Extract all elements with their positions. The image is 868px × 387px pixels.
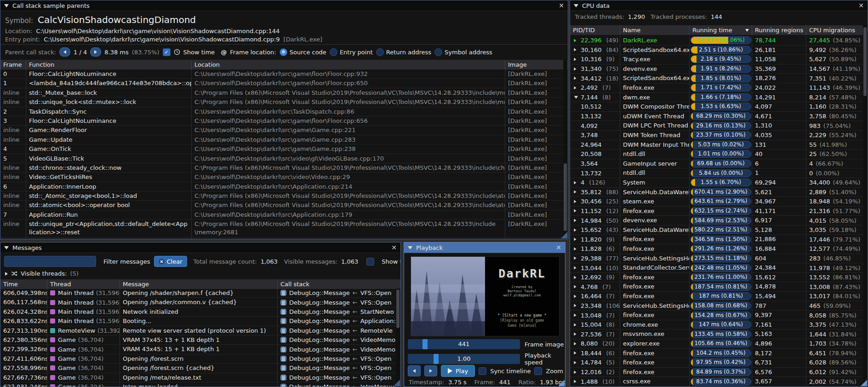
message-row[interactable]: 626,833,622nsMain thread(31,596)Booting.…	[0, 317, 401, 326]
callstack-row[interactable]: 4Game::OnTickC:\Users\wolf\Desktop\darkr…	[0, 144, 568, 154]
expand-row-icon[interactable]	[574, 48, 578, 52]
next-frame-button[interactable]	[424, 365, 437, 376]
message-row[interactable]: 627,831,246nsGame(36,704)Intro menu load…	[0, 382, 401, 387]
collapse-icon[interactable]	[408, 246, 412, 249]
resize-grip[interactable]	[561, 232, 567, 238]
message-row[interactable]: 626,024,328nsMain thread(31,596)Network …	[0, 307, 401, 317]
cpu-process-row[interactable]: 18,444(6)firefox.exe104.2 ms (0.45%)8,17…	[570, 349, 864, 358]
play-button[interactable]: Play	[441, 365, 475, 377]
callstack-row[interactable]: inlineGame::UpdateC:\Users\wolf\Desktop\…	[0, 135, 568, 144]
cpu-process-row[interactable]: 15,652(43)ServiceHub.DataWareho580.22 ms…	[570, 225, 864, 235]
expand-row-icon[interactable]	[574, 295, 578, 298]
expand-row-icon[interactable]	[574, 219, 578, 222]
column-header-function[interactable]: Function	[26, 60, 192, 69]
cpu-thread-row[interactable]: 13,132uDWM Event Thread68.29 ms (0.30%)4…	[570, 112, 864, 121]
message-row[interactable]: 627,667,736nsGame(36,704)Opening /meta/r…	[0, 373, 401, 382]
clear-button[interactable]: Clear	[154, 256, 187, 267]
column-header-cpu-migrations[interactable]: CPU migrations	[806, 25, 864, 35]
callstack-row[interactable]: 0Floor::CalcLightNoLuminanceC:\Users\wol…	[0, 69, 568, 79]
zoom-2x-checkbox[interactable]	[534, 367, 542, 375]
cpu-process-row[interactable]: 4,768(7)firefox.exe187.54 ms (0.81%)14,8…	[570, 282, 864, 292]
column-header-running-regions[interactable]: Running regions	[752, 25, 806, 35]
message-row[interactable]: 627,313,190nsRemoteView(31,392)Remote vi…	[0, 326, 401, 335]
column-header-location[interactable]: Location	[192, 60, 505, 69]
cpu-process-row[interactable]: 11,820(9)firefox.exe346.58 ms (1.50%)21,…	[570, 235, 864, 244]
callstack-cell[interactable]: DebugLog::Message←VFS::Open	[278, 289, 401, 297]
expand-row-icon[interactable]	[574, 76, 578, 80]
callstack-row[interactable]: 7Application::RunC:\Users\wolf\Desktop\d…	[0, 210, 568, 219]
close-icon[interactable]: ✕	[556, 244, 561, 251]
callstack-row[interactable]: inlinestd::_Atomic_storage<bool,1>::load…	[0, 191, 568, 201]
callstack-cell[interactable]: DebugLog::Message←VFS::Open	[278, 354, 401, 363]
messages-scrollbar[interactable]	[396, 289, 400, 386]
message-row[interactable]: 627,558,996nsGame(36,704)Opening /forest…	[0, 364, 401, 373]
cpu-process-row[interactable]: 35,812(88)ServiceHub.DataWareho670.41 ms…	[570, 188, 864, 197]
callstack-cell[interactable]: DebugLog::Message←VFS::Open	[278, 298, 401, 306]
show-time-checkbox[interactable]: ✓	[163, 48, 171, 56]
cpu-process-row[interactable]: 11,152(12)firefox.exe632.15 ms (2.74%)41…	[570, 207, 864, 216]
cpu-process-row[interactable]: 14,984(50)devenv.exe584.69 ms (2.53%)6,9…	[570, 216, 864, 225]
close-icon[interactable]: ✕	[858, 2, 864, 9]
filter-input[interactable]	[4, 256, 96, 267]
expand-row-icon[interactable]	[574, 332, 578, 336]
cpu-process-row[interactable]: 29,388(77)ServiceHub.SettingsHost273.15 …	[570, 254, 864, 264]
callstack-row[interactable]: 5VideoGLBase::TickC:\Users\wolf\Desktop\…	[0, 154, 568, 163]
collapse-icon[interactable]	[4, 246, 9, 249]
callstack-cell[interactable]: DebugLog::Message←RemoteVie	[278, 326, 401, 335]
callstack-row[interactable]: inlinestd::unique_lock<std::mutex>::lock…	[0, 98, 568, 107]
callstack-cell[interactable]: DebugLog::Message←VFS::Open	[278, 364, 401, 372]
expand-row-icon[interactable]	[574, 276, 578, 279]
expand-row-icon[interactable]	[574, 228, 578, 232]
cpu-thread-row[interactable]: 4,092DWM LPC Port Thread29.16 ms (0.13%)…	[570, 121, 864, 131]
expand-row-icon[interactable]	[574, 285, 578, 289]
expand-row-icon[interactable]	[574, 323, 578, 327]
expand-row-icon[interactable]	[574, 266, 578, 270]
callstack-row[interactable]: inlinestd::unique_ptr<Application,std::d…	[0, 219, 568, 238]
expand-row-icon[interactable]	[574, 237, 578, 241]
show-frame-checkbox[interactable]	[366, 258, 374, 266]
expand-row-icon[interactable]	[574, 361, 578, 364]
expand-row-icon[interactable]	[574, 181, 578, 185]
cpu-process-row[interactable]: 12,016(2)firefox.exe84.89 ms (0.37%)6,57…	[570, 368, 864, 377]
resize-grip[interactable]	[861, 380, 867, 386]
collapse-icon[interactable]	[574, 4, 578, 7]
expand-row-icon[interactable]	[574, 256, 578, 260]
cpu-process-row[interactable]: 13,044(10)StandardCollector.Servic242.48…	[570, 263, 864, 273]
callstack-cell[interactable]: DebugLog::Message←VFS::Open	[278, 373, 401, 382]
column-header-name[interactable]: Name	[620, 25, 690, 35]
cpu-scrollbar[interactable]	[863, 25, 867, 386]
prev-frame-button[interactable]	[408, 365, 421, 376]
cpu-thread-row[interactable]: 10,512DWM Compositor Thread1.53 s (6.63%…	[570, 102, 864, 112]
resize-grip[interactable]	[558, 380, 565, 386]
playback-speed-slider[interactable]: 1.00	[408, 354, 520, 364]
cpu-process-row[interactable]: 4(126)System1.55 s (6.70%)69,29434,400(4…	[570, 178, 864, 188]
cpu-thread-row[interactable]: 13,732ntdll.dll5.84 us (0.00%)10(0.00%)	[570, 168, 864, 178]
cpu-process-row[interactable]: 11,828(6)firefox.exe291.26 ms (1.26%)16,…	[570, 244, 864, 254]
callstack-row[interactable]: inlinestd::chrono::steady_clock::nowC:\P…	[0, 163, 568, 173]
close-icon[interactable]: ✕	[559, 2, 564, 9]
cpu-thread-row[interactable]: 20,508ntdll.dll1.01 ms (0.00%)4025(62.50…	[570, 150, 864, 159]
cpu-process-row[interactable]: 2,492(7)firefox.exe1.71 s (7.42%)24,0221…	[570, 83, 864, 93]
expand-icon[interactable]	[5, 272, 8, 276]
cpu-process-row[interactable]: 8,080(20)explorer.exe105.66 ms (0.46%)4,…	[570, 339, 864, 349]
sync-timeline-checkbox[interactable]	[479, 367, 486, 375]
callstack-row[interactable]: inlinestd::atomic<bool>::operator boolC:…	[0, 201, 568, 210]
column-header-frame[interactable]: Frame	[0, 60, 26, 69]
cpu-thread-row[interactable]: 3,564GameInput server69.68 us (0.00%)64(…	[570, 159, 864, 169]
callstack-cell[interactable]: DebugLog::Message←IntroMenu::	[278, 382, 401, 387]
resize-grip[interactable]	[394, 380, 400, 386]
expand-row-icon[interactable]	[574, 370, 578, 374]
column-header-image[interactable]: Image	[505, 60, 568, 69]
expand-row-icon[interactable]	[574, 342, 578, 346]
column-header-call-stack[interactable]: Call stack	[278, 279, 401, 289]
callstack-row[interactable]: 2TaskDispatch::SyncC:\Users\wolf\Desktop…	[0, 107, 568, 116]
cpu-thread-row[interactable]: 3,748DWM Token Thread23.37 ms (0.10%)4,0…	[570, 131, 864, 140]
frame-location-radio-return-address[interactable]: Return address	[376, 48, 431, 56]
column-header-pid-tid[interactable]: PID/TID	[570, 25, 620, 35]
collapse-row-icon[interactable]	[574, 96, 578, 99]
cpu-process-row[interactable]: 30,456(25)steam.exe643.61 ms (2.79%)34,9…	[570, 197, 864, 207]
message-row[interactable]: 606,049,398nsMain thread(31,596)Opening …	[0, 289, 401, 298]
expand-row-icon[interactable]	[574, 190, 578, 194]
cpu-process-row[interactable]: 27,536(7)msvsmon.exe133.45 ms (0.58%)5,1…	[570, 329, 864, 339]
callstack-row[interactable]: inlinestd::_Mutex_base::lockC:\Program F…	[0, 88, 568, 98]
